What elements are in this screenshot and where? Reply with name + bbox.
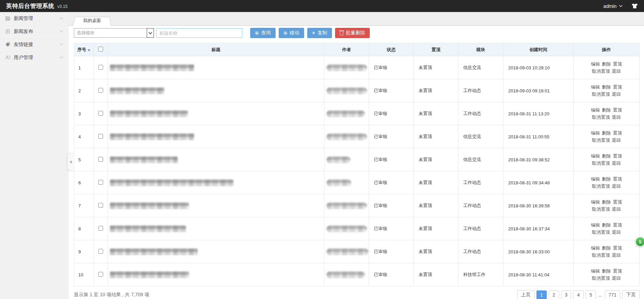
table-row: 10 已审核 未置顶 科技馆工作 2018-08-30 11:41:04 编辑删…	[74, 263, 640, 286]
skin-theme-button[interactable]	[632, 3, 638, 9]
title-redacted	[110, 203, 189, 209]
title-search-input[interactable]	[156, 28, 242, 38]
action-return[interactable]: 退回	[612, 276, 621, 281]
action-return[interactable]: 退回	[612, 138, 621, 143]
row-checkbox[interactable]	[98, 111, 103, 116]
user-menu[interactable]: admin	[603, 3, 623, 9]
row-checkbox[interactable]	[98, 65, 103, 70]
page-2[interactable]: 2	[549, 290, 559, 299]
action-unpin[interactable]: 取消置顶	[592, 207, 610, 212]
action-return[interactable]: 退回	[612, 184, 621, 189]
row-checkbox[interactable]	[98, 226, 103, 231]
page-下页[interactable]: 下页	[622, 290, 640, 299]
action-delete[interactable]: 删除	[602, 176, 611, 182]
action-delete[interactable]: 删除	[602, 61, 611, 67]
batch-delete-button[interactable]: 批量删除	[335, 28, 370, 38]
action-unpin[interactable]: 取消置顶	[592, 161, 610, 166]
page-5[interactable]: 5	[586, 290, 596, 299]
action-return[interactable]: 退回	[612, 230, 621, 235]
page-4[interactable]: 4	[573, 290, 584, 299]
action-edit[interactable]: 编辑	[591, 130, 600, 136]
action-pin[interactable]: 置顶	[613, 61, 622, 67]
action-edit[interactable]: 编辑	[591, 268, 600, 274]
button-label: 复制	[318, 30, 327, 36]
page-3[interactable]: 3	[561, 290, 571, 299]
action-edit[interactable]: 编辑	[591, 199, 600, 205]
pagination: 上页12345...771下页	[517, 290, 640, 299]
row-checkbox[interactable]	[98, 272, 103, 277]
module-select[interactable]: 选择模块	[74, 28, 154, 38]
author-redacted	[326, 249, 368, 255]
title-redacted	[110, 226, 186, 232]
sidebar-item-friend-links[interactable]: 友情链接	[0, 38, 69, 51]
action-delete[interactable]: 删除	[602, 222, 611, 228]
tab-my-desktop[interactable]: 我的桌面	[73, 16, 111, 25]
row-checkbox[interactable]	[98, 88, 103, 93]
row-checkbox[interactable]	[98, 203, 103, 208]
action-delete[interactable]: 删除	[602, 84, 611, 90]
sidebar-item-user-manage[interactable]: 用户管理	[0, 51, 69, 64]
page-1[interactable]: 1	[536, 290, 547, 299]
row-number: 6	[74, 171, 94, 194]
action-return[interactable]: 退回	[612, 161, 621, 166]
column-header-no[interactable]: 序号	[74, 43, 94, 56]
query-button[interactable]: 查询	[250, 28, 276, 38]
action-pin[interactable]: 置顶	[613, 268, 622, 274]
action-unpin[interactable]: 取消置顶	[592, 230, 610, 235]
action-pin[interactable]: 置顶	[613, 199, 622, 205]
select-all-checkbox[interactable]	[98, 47, 103, 51]
action-return[interactable]: 退回	[612, 69, 621, 74]
action-delete[interactable]: 删除	[602, 107, 611, 113]
action-unpin[interactable]: 取消置顶	[592, 92, 610, 97]
action-unpin[interactable]: 取消置顶	[592, 115, 610, 120]
action-pin[interactable]: 置顶	[613, 153, 622, 159]
action-delete[interactable]: 删除	[602, 130, 611, 136]
action-delete[interactable]: 删除	[602, 268, 611, 274]
action-edit[interactable]: 编辑	[591, 153, 600, 159]
move-button[interactable]: 移动	[279, 28, 304, 38]
action-return[interactable]: 退回	[612, 253, 621, 258]
action-delete[interactable]: 删除	[602, 245, 611, 251]
action-edit[interactable]: 编辑	[591, 222, 600, 228]
trash-icon	[340, 32, 343, 35]
column-header-module: 模块	[458, 43, 503, 56]
copy-button[interactable]: 复制	[307, 28, 332, 38]
action-pin[interactable]: 置顶	[613, 84, 622, 90]
action-pin[interactable]: 置顶	[613, 245, 622, 251]
action-edit[interactable]: 编辑	[591, 61, 600, 67]
news-table: 序号 标题 作者 状态 置顶 模块 创建时间 操作 1 已审核	[74, 43, 640, 286]
action-unpin[interactable]: 取消置顶	[592, 69, 610, 74]
row-checkbox[interactable]	[98, 134, 103, 139]
row-checkbox[interactable]	[98, 180, 103, 185]
row-checkbox[interactable]	[98, 157, 103, 162]
action-return[interactable]: 退回	[612, 207, 621, 212]
action-edit[interactable]: 编辑	[591, 176, 600, 182]
radio-icon	[255, 31, 259, 35]
floating-badge[interactable]: 5	[635, 237, 644, 247]
action-return[interactable]: 退回	[612, 115, 621, 120]
sidebar-item-news-manage[interactable]: 新闻管理	[0, 12, 69, 25]
action-pin[interactable]: 置顶	[613, 107, 622, 113]
action-edit[interactable]: 编辑	[591, 107, 600, 113]
action-edit[interactable]: 编辑	[591, 84, 600, 90]
sidebar-item-news-publish[interactable]: 新闻发布	[0, 25, 69, 38]
action-edit[interactable]: 编辑	[591, 245, 600, 251]
action-unpin[interactable]: 取消置顶	[592, 138, 610, 143]
action-delete[interactable]: 删除	[602, 153, 611, 159]
page-771[interactable]: 771	[605, 290, 620, 299]
action-unpin[interactable]: 取消置顶	[592, 184, 610, 189]
action-return[interactable]: 退回	[612, 92, 621, 97]
action-pin[interactable]: 置顶	[613, 130, 622, 136]
row-checkbox[interactable]	[98, 249, 103, 254]
author-redacted	[326, 226, 367, 232]
sidebar-collapse-handle[interactable]	[67, 153, 73, 171]
action-pin[interactable]: 置顶	[613, 222, 622, 228]
action-unpin[interactable]: 取消置顶	[592, 276, 610, 281]
created-time-cell: 2018-08-31 09:34:48	[503, 171, 574, 194]
action-unpin[interactable]: 取消置顶	[592, 253, 610, 258]
actions-cell: 编辑删除置顶 取消置顶退回	[574, 171, 640, 194]
page-上页[interactable]: 上页	[517, 290, 534, 299]
pin-status-cell: 未置顶	[414, 171, 458, 194]
action-delete[interactable]: 删除	[602, 199, 611, 205]
action-pin[interactable]: 置顶	[613, 176, 622, 182]
